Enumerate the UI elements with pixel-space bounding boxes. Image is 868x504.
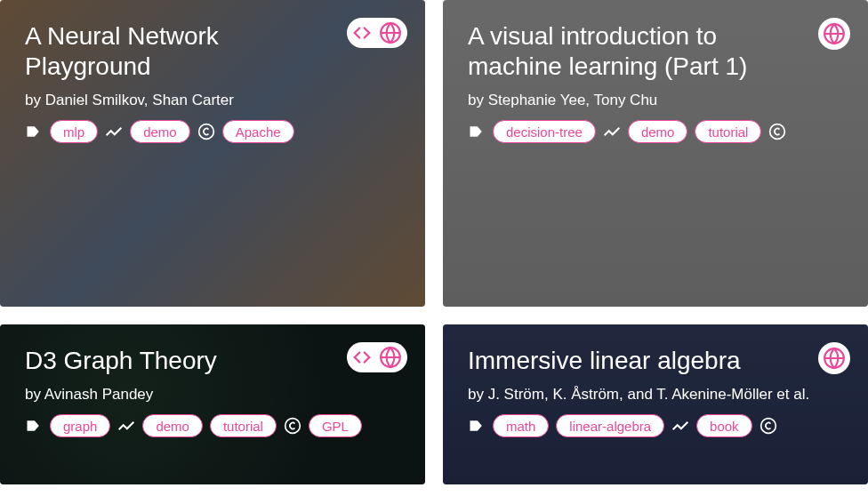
type-pill[interactable]: demo xyxy=(130,120,190,143)
tag-icon xyxy=(468,123,486,140)
card[interactable]: D3 Graph Theory by Avinash Pandey graph … xyxy=(0,324,425,484)
meta-row: math linear-algebra book xyxy=(468,414,843,437)
card-title: A Neural Network Playground xyxy=(25,21,317,81)
meta-row: mlp demo Apache xyxy=(25,120,400,143)
copyright-icon xyxy=(197,123,215,140)
card-content: D3 Graph Theory by Avinash Pandey graph … xyxy=(0,324,425,484)
card[interactable]: A visual introduction to machine learnin… xyxy=(443,0,868,307)
tag-icon xyxy=(25,417,43,435)
svg-point-11 xyxy=(760,419,776,434)
type-pill[interactable]: demo xyxy=(628,120,688,143)
trend-icon xyxy=(671,417,689,435)
copyright-icon xyxy=(284,417,301,435)
card-title: D3 Graph Theory xyxy=(25,346,317,376)
card-title: A visual introduction to machine learnin… xyxy=(468,21,760,81)
card-author: by J. Ström, K. Åström, and T. Akenine-M… xyxy=(468,386,843,404)
card[interactable]: A Neural Network Playground by Daniel Sm… xyxy=(0,0,425,307)
tag-pill[interactable]: decision-tree xyxy=(493,120,596,143)
type-pill[interactable]: book xyxy=(696,414,752,437)
tag-icon xyxy=(25,123,43,140)
copyright-icon xyxy=(768,123,786,140)
card-content: Immersive linear algebra by J. Ström, K.… xyxy=(443,324,868,484)
card-title: Immersive linear algebra xyxy=(468,346,760,376)
tag-pill[interactable]: math xyxy=(493,414,549,437)
type-pill[interactable]: demo xyxy=(142,414,203,437)
svg-point-5 xyxy=(770,124,785,140)
tag-pill[interactable]: linear-algebra xyxy=(556,414,664,437)
card-author: by Daniel Smilkov, Shan Carter xyxy=(25,92,400,109)
type-pill[interactable]: tutorial xyxy=(210,414,277,437)
tag-pill[interactable]: mlp xyxy=(50,120,98,143)
tag-icon xyxy=(468,417,486,435)
license-pill[interactable]: Apache xyxy=(222,120,294,143)
cards-grid: A Neural Network Playground by Daniel Sm… xyxy=(0,0,868,484)
card-content: A visual introduction to machine learnin… xyxy=(443,0,868,307)
license-pill[interactable]: GPL xyxy=(309,414,362,437)
svg-point-2 xyxy=(198,124,213,140)
card-author: by Avinash Pandey xyxy=(25,386,400,404)
trend-icon xyxy=(105,123,123,140)
type-pill[interactable]: tutorial xyxy=(695,120,761,143)
card[interactable]: Immersive linear algebra by J. Ström, K.… xyxy=(443,324,868,484)
trend-icon xyxy=(603,123,621,140)
meta-row: decision-tree demo tutorial xyxy=(468,120,843,143)
card-content: A Neural Network Playground by Daniel Sm… xyxy=(0,0,425,307)
tag-pill[interactable]: graph xyxy=(50,414,110,437)
meta-row: graph demo tutorial GPL xyxy=(25,414,400,437)
svg-point-8 xyxy=(285,419,301,434)
card-author: by Stephanie Yee, Tony Chu xyxy=(468,92,843,109)
copyright-icon xyxy=(760,417,777,435)
trend-icon xyxy=(117,417,135,435)
